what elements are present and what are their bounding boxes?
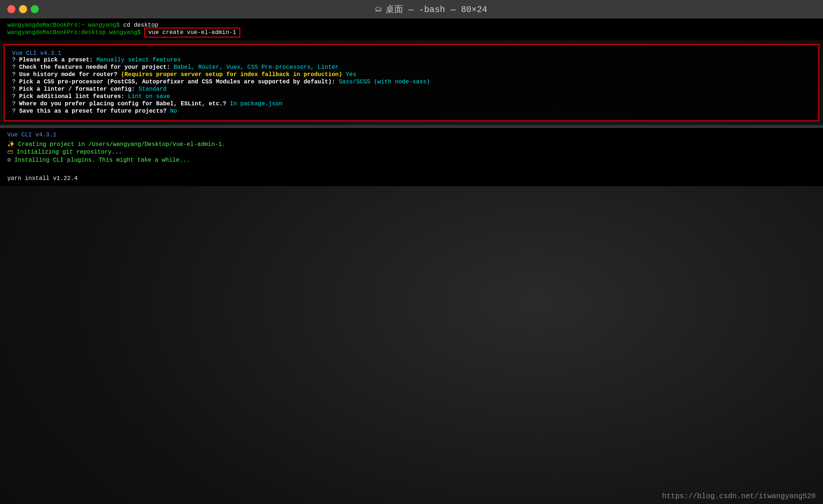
vue-cli-header-2: Vue CLI v4.3.1 (7, 132, 816, 138)
vue-cli-header-1: Vue CLI v4.3.1 (12, 50, 811, 57)
creating-project-text: Creating project in /Users/wangyang/Desk… (18, 141, 226, 148)
traffic-lights (7, 5, 39, 13)
top-commands-section: wangyangdeMacBookPro:~ wangyang$ cd desk… (0, 18, 823, 40)
vue-cli-section-2: Vue CLI v4.3.1 ✨ Creating project in /Us… (0, 128, 823, 168)
preset-line: ? Please pick a preset: Manually select … (12, 57, 811, 63)
sparkle-icon: ✨ (7, 141, 15, 148)
save-preset-line: ? Save this as a preset for future proje… (12, 108, 811, 114)
gear-icon: ⚙ (7, 157, 11, 163)
config-line: ? Where do you prefer placing config for… (12, 101, 811, 107)
lint-features-label: ? Pick additional lint features: (12, 93, 128, 100)
section-divider (0, 125, 823, 128)
close-button[interactable] (7, 5, 15, 13)
vue-cli-version-2: Vue CLI v4.3.1 (7, 132, 56, 138)
linter-label: ? Pick a linter / formatter config: (12, 86, 139, 93)
creating-project-line: ✨ Creating project in /Users/wangyang/De… (7, 140, 816, 148)
prompt-2: wangyangdeMacBookPro:desktop wangyang$ (7, 29, 144, 36)
footer-url: https://blog.csdn.net/itwangyang520 (662, 492, 816, 500)
cli-plugins-text: Installing CLI plugins. This might take … (14, 157, 190, 163)
title-bar: 🗂 桌面 — -bash — 80×24 (0, 0, 823, 18)
preset-value: Manually select features (96, 57, 180, 63)
vue-cli-version-1: Vue CLI v4.3.1 (12, 50, 61, 57)
lint-features-value: Lint on save (128, 93, 170, 100)
window-title: 🗂 桌面 — -bash — 80×24 (375, 3, 487, 15)
save-preset-label: ? Save this as a preset for future proje… (12, 108, 170, 114)
terminal-window: 🗂 桌面 — -bash — 80×24 wangyangdeMacBookPr… (0, 0, 823, 504)
maximize-button[interactable] (31, 5, 39, 13)
linter-line: ? Pick a linter / formatter config: Stan… (12, 86, 811, 93)
prompt-1: wangyangdeMacBookPro:~ wangyang$ (7, 22, 123, 29)
lint-features-line: ? Pick additional lint features: Lint on… (12, 93, 811, 100)
config-value: In package.json (230, 101, 282, 107)
yarn-line: yarn install v1.22.4 (7, 175, 816, 182)
history-highlight: (Requires proper server setup for index … (121, 71, 346, 78)
command-line-2: wangyangdeMacBookPro:desktop wangyang$ v… (7, 29, 816, 36)
minimize-button[interactable] (19, 5, 27, 13)
preset-label: ? Please pick a preset: (12, 57, 96, 63)
css-pre-line: ? Pick a CSS pre-processor (PostCSS, Aut… (12, 79, 811, 85)
features-label: ? Check the features needed for your pro… (12, 64, 174, 71)
features-value: Babel, Router, Vuex, CSS Pre-processors,… (174, 64, 339, 71)
features-line: ? Check the features needed for your pro… (12, 64, 811, 71)
highlighted-command: vue create vue-el-admin-1 (144, 27, 240, 38)
git-icon: 🗃 (7, 149, 13, 155)
history-line: ? Use history mode for router? (Requires… (12, 71, 811, 78)
command-line-1: wangyangdeMacBookPro:~ wangyang$ cd desk… (7, 22, 816, 29)
save-preset-value: No (170, 108, 177, 114)
git-init-line: 🗃 Initializing git repository... (7, 148, 816, 155)
history-label: ? Use history mode for router? (12, 71, 121, 78)
config-label: ? Where do you prefer placing config for… (12, 101, 230, 107)
yarn-line-section: yarn install v1.22.4 (0, 168, 823, 186)
linter-value: Standard (139, 86, 167, 93)
folder-icon: 🗂 (375, 5, 382, 14)
history-value: Yes (346, 71, 356, 78)
yarn-text: yarn install v1.22.4 (7, 175, 78, 182)
cli-plugins-line: ⚙ Installing CLI plugins. This might tak… (7, 156, 816, 163)
git-init-text: Initializing git repository... (17, 149, 122, 155)
css-pre-label: ? Pick a CSS pre-processor (PostCSS, Aut… (12, 79, 339, 85)
vue-cli-section-1: Vue CLI v4.3.1 ? Please pick a preset: M… (4, 44, 819, 121)
css-pre-value: Sass/SCSS (with node-sass) (339, 79, 430, 85)
